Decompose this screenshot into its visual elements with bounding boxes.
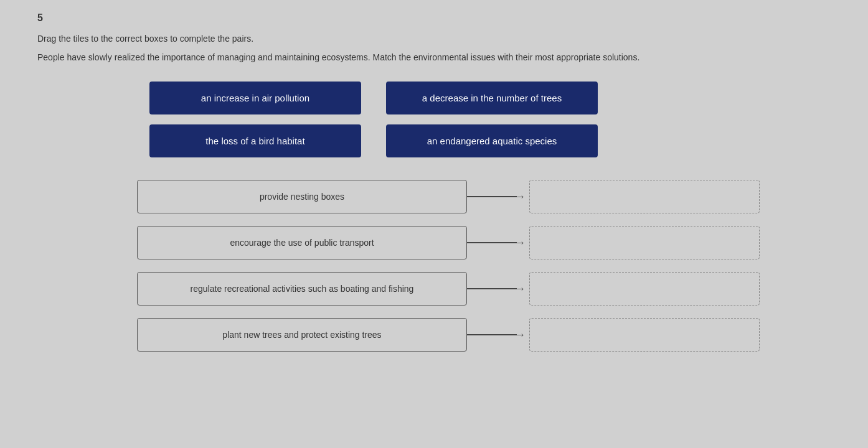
arrow-3: [467, 282, 529, 296]
pairs-container: provide nesting boxes encourage the use …: [137, 180, 831, 352]
instruction-text: Drag the tiles to the correct boxes to c…: [37, 34, 831, 44]
tile-air-pollution[interactable]: an increase in air pollution: [149, 82, 361, 114]
arrow-4: [467, 329, 529, 342]
pair-row-1: provide nesting boxes: [137, 180, 831, 213]
tile-aquatic-species[interactable]: an endangered aquatic species: [386, 124, 598, 157]
arrow-2: [467, 236, 529, 250]
drop-box-1[interactable]: [529, 180, 760, 213]
tiles-grid: an increase in air pollution a decrease …: [149, 82, 831, 157]
solution-nesting-boxes: provide nesting boxes: [137, 180, 467, 213]
solution-public-transport: encourage the use of public transport: [137, 226, 467, 259]
drop-box-2[interactable]: [529, 226, 760, 259]
page-container: 5 Drag the tiles to the correct boxes to…: [0, 0, 868, 448]
drop-box-3[interactable]: [529, 272, 760, 306]
question-number: 5: [37, 12, 831, 24]
description-text: People have slowly realized the importan…: [37, 51, 831, 64]
pair-row-4: plant new trees and protect existing tre…: [137, 318, 831, 352]
tile-decrease-trees[interactable]: a decrease in the number of trees: [386, 82, 598, 114]
solution-plant-trees: plant new trees and protect existing tre…: [137, 318, 467, 352]
arrow-1: [467, 190, 529, 203]
tile-bird-habitat[interactable]: the loss of a bird habitat: [149, 124, 361, 157]
pair-row-2: encourage the use of public transport: [137, 226, 831, 259]
pair-row-3: regulate recreational activities such as…: [137, 272, 831, 306]
drop-box-4[interactable]: [529, 318, 760, 352]
solution-recreational-activities: regulate recreational activities such as…: [137, 272, 467, 306]
